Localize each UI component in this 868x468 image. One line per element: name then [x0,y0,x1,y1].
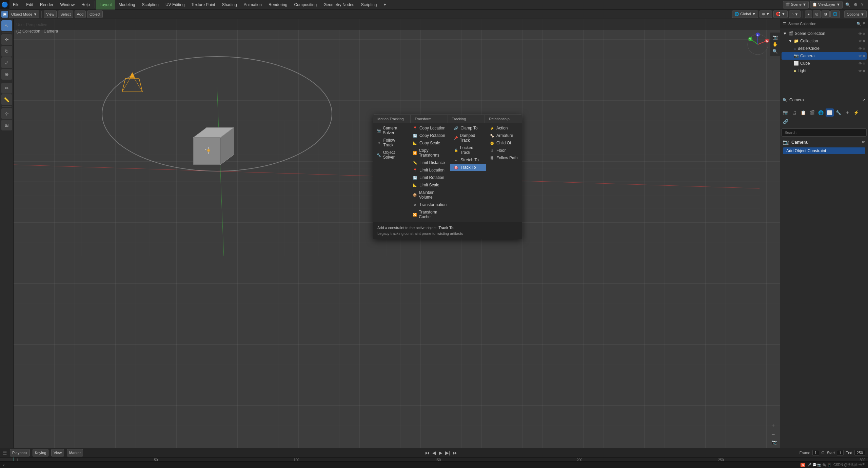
shading-wireframe[interactable]: ◎ [813,11,821,18]
menu-window[interactable]: Window [57,0,78,9]
menu-edit[interactable]: Edit [23,0,37,9]
item-armature[interactable]: 🦴 Armature [486,132,522,139]
item-child-of[interactable]: 👶 Child Of [486,139,522,147]
menu-file[interactable]: File [9,0,23,9]
props-constraints-icon[interactable]: 🔗 [782,117,790,125]
mode-selector[interactable]: Object Mode ▼ [9,11,39,18]
next-frame-btn[interactable]: ▶| [445,450,451,455]
item-track-to[interactable]: 🎯 Track To [450,164,486,171]
tool-annotate[interactable]: ✏ [1,83,12,94]
current-frame-input[interactable]: 1 [812,450,819,455]
outliner-filter-icon[interactable]: ⊻ [863,22,865,26]
props-output-icon[interactable]: 🖨 [790,108,798,117]
props-render-icon[interactable]: 📷 [782,108,790,117]
shading-render[interactable]: 🌐 [830,11,840,18]
tool-measure[interactable]: 📏 [1,94,12,105]
camera-view-icon[interactable]: 📷 [771,440,777,445]
object-name-edit-icon[interactable]: ✏ [862,140,865,144]
item-follow-track[interactable]: ➡ Follow Track [373,137,409,149]
options-btn[interactable]: Options ▼ [844,11,867,18]
menu-render[interactable]: Render [37,0,57,9]
tree-item-collection[interactable]: ▼ 📁 Collection 👁 ✕ [782,37,867,45]
item-action[interactable]: ⚡ Action [486,124,522,132]
props-search-icon2[interactable]: 🔍 [783,98,787,102]
shading-material[interactable]: ◑ [822,11,830,18]
item-floor[interactable]: ⬇ Floor [486,147,522,154]
item-limit-distance[interactable]: 📏 Limit Distance [409,159,450,166]
playback-btn[interactable]: Playback [10,449,30,456]
item-copy-rotation[interactable]: 🔄 Copy Rotation [409,132,450,139]
props-modifier-icon[interactable]: 🔧 [834,108,843,117]
tree-eye-light[interactable]: 👁 [859,69,862,73]
viewport-icon-move[interactable]: ✋ [772,41,778,47]
zoom-in-icon[interactable]: + [771,423,777,430]
menu-sculpting[interactable]: Sculpting [139,0,162,9]
tool-transform[interactable]: ⊕ [1,69,12,80]
end-frame-input[interactable]: 250 [854,450,865,455]
item-copy-location[interactable]: 📍 Copy Location [409,124,450,132]
jump-start-btn[interactable]: ⏮ [424,450,430,455]
item-stretch-to[interactable]: ↔ Stretch To [450,156,486,164]
item-follow-path[interactable]: 🛤 Follow Path [486,154,522,162]
item-object-solver[interactable]: 🔧 Object Solver [373,149,409,161]
viewport-icon-zoom[interactable]: 🔍 [772,48,778,55]
menu-plus[interactable]: + [380,0,390,9]
item-copy-transforms[interactable]: 🔀 Copy Transforms [409,147,450,159]
tree-item-beziercircle[interactable]: ○ BezierCircle 👁 ✕ [782,45,867,52]
item-limit-rotation[interactable]: 🔄 Limit Rotation [409,174,450,181]
play-btn[interactable]: ▶ [438,450,443,455]
keying-btn[interactable]: Keying [33,449,49,456]
item-clamp-to[interactable]: 🔗 Clamp To [450,124,486,132]
select-menu[interactable]: Select [58,11,73,18]
item-transform-cache[interactable]: 🔀 Transform Cache [409,208,450,221]
object-menu[interactable]: Object [87,11,103,18]
tree-filter-bezier[interactable]: ✕ [863,47,865,50]
tool-cursor[interactable]: ⊹ [1,108,12,119]
menu-animation[interactable]: Animation [240,0,265,9]
tree-eye-collection[interactable]: 👁 [859,39,862,43]
props-particles-icon[interactable]: ✦ [843,108,851,117]
menu-compositing[interactable]: Compositing [291,0,320,9]
scene-selector[interactable]: 🎬 Scene ▼ [783,1,809,8]
tree-eye-cube[interactable]: 👁 [859,62,862,65]
menu-scripting[interactable]: Scripting [358,0,380,9]
props-view-icon[interactable]: 📋 [799,108,807,117]
menu-modeling[interactable]: Modeling [115,0,139,9]
item-maintain-volume[interactable]: 📦 Maintain Volume [409,189,450,201]
tree-eye-icon[interactable]: 👁 [859,32,862,36]
tree-item-cube[interactable]: ⬜ Cube 👁 ✕ [782,60,867,67]
add-menu[interactable]: Add [75,11,86,18]
header-icon-settings[interactable]: ⚙ [852,2,859,7]
menu-rendering[interactable]: Rendering [265,0,291,9]
view-btn[interactable]: View [51,449,64,456]
menu-uvediting[interactable]: UV Editing [162,0,188,9]
outliner-search-icon[interactable]: 🔍 [856,22,861,26]
shading-solid[interactable]: ● [805,11,812,18]
tool-rotate[interactable]: ↻ [1,46,12,57]
proportional[interactable]: ○ ▼ [789,11,801,18]
tool-move[interactable]: ✛ [1,34,12,45]
snapping[interactable]: 🧲 ▼ [773,11,788,18]
props-physics-icon[interactable]: ⚡ [852,108,860,117]
item-copy-scale[interactable]: 📐 Copy Scale [409,139,450,147]
header-icon-search[interactable]: 🔍 [844,2,852,7]
tree-x-camera[interactable]: ✕ [863,54,865,58]
item-limit-location[interactable]: 📍 Limit Location [409,166,450,174]
item-camera-solver[interactable]: 📷 Camera Solver [373,124,409,137]
transform-pivot[interactable]: ⊕ ▼ [760,11,772,18]
menu-layout[interactable]: Layout [96,0,115,9]
tree-item-light[interactable]: ● Light 👁 ✕ [782,67,867,75]
prev-frame-btn[interactable]: ◀ [432,450,437,455]
props-world-icon[interactable]: 🌐 [817,108,825,117]
marker-btn[interactable]: Marker [67,449,83,456]
tree-x-collection[interactable]: ✕ [863,39,865,43]
blender-logo[interactable]: 🔵 [0,0,9,9]
menu-texturepaint[interactable]: Texture Paint [188,0,219,9]
nav-gizmo[interactable]: X Y Z [746,33,770,57]
tool-select[interactable]: ↖ [1,20,12,31]
props-scene-icon[interactable]: 🎬 [808,108,816,117]
tree-x-cube[interactable]: ✕ [863,62,865,65]
menu-help[interactable]: Help [78,0,93,9]
props-object-icon[interactable]: ⬜ [826,108,834,117]
props-search-input[interactable] [782,128,867,137]
